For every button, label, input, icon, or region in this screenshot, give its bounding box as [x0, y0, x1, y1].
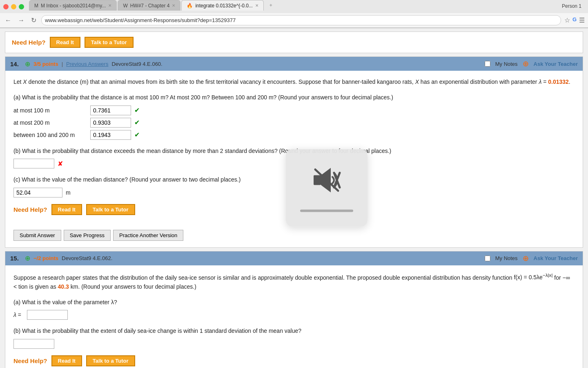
menu-icon[interactable]: ☰ [579, 16, 585, 24]
talk-to-tutor-button-top[interactable]: Talk to a Tutor [85, 37, 134, 48]
ask-teacher-plus-icon-14: ⊕ [523, 59, 529, 68]
green-plus-icon-15: ⊕ [25, 254, 30, 262]
tab-label: M Inbox - sjaboob2014@my... [41, 3, 106, 9]
submit-answer-button[interactable]: Submit Answer [13, 230, 61, 241]
need-help-label: Need Help? [12, 39, 46, 46]
x-mark-b: ✘ [58, 160, 63, 168]
my-notes-checkbox-14[interactable] [485, 61, 490, 67]
part-a-section: (a) What is the probability that the dis… [13, 93, 575, 139]
answer-input-200m[interactable] [90, 118, 131, 128]
ask-teacher-plus-icon-15: ⊕ [523, 254, 529, 263]
tabs-bar: M M Inbox - sjaboob2014@my... ✕ W HW#7 -… [29, 2, 585, 11]
question-14-source: DevoreStat9 4.E.060. [111, 61, 162, 67]
answer-row-b15 [13, 339, 575, 349]
answer-row-100m: at most 100 m ✔ [13, 105, 575, 115]
answer-input-lambda[interactable] [27, 310, 68, 320]
action-buttons-14: Submit Answer Save Progress Practice Ano… [5, 227, 583, 247]
url-bar[interactable]: www.webassign.net/web/Student/Assignment… [41, 15, 561, 25]
answer-input-b15[interactable] [13, 339, 54, 349]
maximize-window-button[interactable] [19, 4, 24, 9]
part-a-section-15: (a) What is the value of the parameter λ… [13, 298, 575, 320]
question-15-points: −/2 points [33, 255, 58, 261]
tab-favicon: W [123, 3, 127, 9]
question-15-block: 15. ⊕ −/2 points DevoreStat9 4.E.062. My… [5, 251, 583, 368]
forward-button[interactable]: → [16, 16, 26, 25]
need-help-row-15: Need Help? Read It Talk to a Tutor [13, 355, 575, 366]
my-notes-checkbox-15[interactable] [485, 256, 490, 261]
google-icon[interactable]: G [572, 16, 577, 24]
my-notes-label-15: My Notes [495, 255, 518, 261]
answer-input-b[interactable] [13, 159, 54, 168]
question-14-header: 14. ⊕ 3/5 points | Previous Answers Devo… [5, 57, 583, 71]
refresh-button[interactable]: ↻ [29, 16, 38, 25]
tab-close-icon[interactable]: ✕ [108, 3, 111, 8]
need-help-row-top: Need Help? Read It Talk to a Tutor [12, 37, 576, 48]
answer-input-between[interactable] [90, 130, 131, 140]
question-15-header-right: My Notes ⊕ Ask Your Teacher [485, 254, 578, 263]
checkmark-200m: ✔ [134, 119, 140, 126]
back-button[interactable]: ← [3, 16, 13, 25]
part-b-label-15: (b) What is the probability that the ext… [13, 326, 575, 335]
muted-icon [310, 164, 343, 203]
between-label: between 100 and 200 m [13, 132, 87, 138]
answer-input-c[interactable] [13, 188, 62, 197]
my-notes-label-14: My Notes [495, 61, 518, 67]
talk-to-tutor-button-14[interactable]: Talk to a Tutor [86, 204, 135, 215]
answer-row-lambda: λ = [13, 310, 575, 320]
talk-to-tutor-button-15[interactable]: Talk to a Tutor [86, 355, 135, 366]
green-plus-icon: ⊕ [25, 60, 30, 68]
lambda-label: λ = [13, 312, 21, 318]
window-buttons [3, 4, 24, 9]
part-b-section-15: (b) What is the probability that the ext… [13, 326, 575, 348]
minimize-window-button[interactable] [11, 4, 16, 9]
bookmark-icon[interactable]: ☆ [564, 16, 570, 24]
tab-favicon: M [34, 3, 38, 9]
practice-another-button[interactable]: Practice Another Version [113, 230, 183, 241]
tab-favicon: 🔥 [187, 3, 193, 9]
question-14-text: Let X denote the distance (m) that an an… [13, 77, 575, 86]
browser-chrome: M M Inbox - sjaboob2014@my... ✕ W HW#7 -… [0, 0, 588, 28]
part-a-label-15: (a) What is the value of the parameter λ… [13, 298, 575, 307]
median-unit: m [66, 189, 71, 196]
person-label: Person 1 [559, 2, 585, 11]
tab-label: integrate 0.01332e^{-0.0... [195, 3, 252, 9]
question-14-prev-answers[interactable]: Previous Answers [66, 61, 108, 67]
tab-close-icon[interactable]: ✕ [172, 3, 175, 8]
tab-hw7[interactable]: W HW#7 - Chapter 4 ✕ [118, 0, 180, 11]
ask-teacher-label-15[interactable]: Ask Your Teacher [534, 255, 578, 261]
question-14-points: 3/5 points [33, 61, 58, 67]
close-window-button[interactable] [3, 4, 9, 9]
need-help-label-15: Need Help? [13, 357, 47, 364]
tab-close-icon[interactable]: ✕ [255, 3, 258, 8]
ask-teacher-label-14[interactable]: Ask Your Teacher [534, 61, 578, 67]
title-bar: M M Inbox - sjaboob2014@my... ✕ W HW#7 -… [0, 0, 588, 13]
question-14-number: 14. [10, 61, 22, 67]
checkmark-between: ✔ [134, 131, 140, 139]
save-progress-button[interactable]: Save Progress [64, 230, 111, 241]
tab-label: HW#7 - Chapter 4 [130, 3, 170, 9]
address-icons: ☆ G ☰ [564, 16, 585, 24]
read-it-button-14[interactable]: Read It [51, 204, 82, 215]
answer-row-between: between 100 and 200 m ✔ [13, 130, 575, 140]
part-a-label: (a) What is the probability that the dis… [13, 93, 575, 102]
tab-integrate[interactable]: 🔥 integrate 0.01332e^{-0.0... ✕ [181, 0, 263, 11]
question-14-header-right: My Notes ⊕ Ask Your Teacher [485, 59, 578, 68]
read-it-button-15[interactable]: Read It [51, 355, 82, 366]
question-15-source: DevoreStat9 4.E.062. [62, 255, 112, 261]
need-help-label-14: Need Help? [13, 206, 47, 213]
answer-row-200m: at most 200 m ✔ [13, 118, 575, 128]
read-it-button-top[interactable]: Read It [50, 37, 80, 48]
question-15-text: Suppose a research paper states that the… [13, 272, 575, 291]
answer-input-100m[interactable] [90, 105, 131, 115]
question-15-header: 15. ⊕ −/2 points DevoreStat9 4.E.062. My… [5, 251, 583, 265]
svg-rect-0 [314, 175, 321, 185]
tab-inbox[interactable]: M M Inbox - sjaboob2014@my... ✕ [29, 0, 117, 11]
at-most-100-label: at most 100 m [13, 107, 87, 114]
question-15-number: 15. [10, 255, 22, 262]
at-most-200-label: at most 200 m [13, 119, 87, 126]
muted-overlay [286, 149, 368, 227]
checkmark-100m: ✔ [134, 106, 140, 114]
question-15-body: Suppose a research paper states that the… [5, 265, 583, 368]
tab-new[interactable]: + [265, 0, 281, 11]
muted-progress-bar [300, 210, 353, 212]
